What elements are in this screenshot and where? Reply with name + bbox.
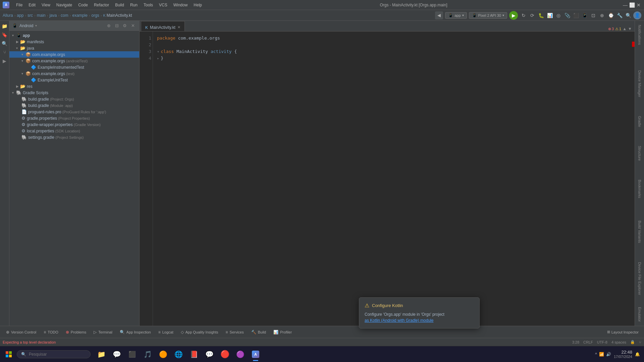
fold-icon-3[interactable]: ▾ — [157, 48, 159, 55]
tree-item-gradle-properties[interactable]: ⚙ gradle.properties (Project Properties) — [9, 115, 139, 121]
cast-icon[interactable]: ⊕ — [598, 12, 606, 19]
tree-item-gradle-scripts[interactable]: ▾ 🐘 Gradle Scripts — [9, 89, 139, 96]
scroll-down-icon[interactable]: ▼ — [628, 26, 632, 31]
git-icon[interactable]: ⑂ — [1, 48, 9, 56]
attach-icon[interactable]: 📎 — [564, 12, 571, 19]
tree-item-test[interactable]: ▾ 📦 com.example.orgs (test) — [9, 70, 139, 77]
menu-view[interactable]: View — [39, 2, 53, 8]
tree-item-build-gradle-module[interactable]: 🐘 build.gradle (Module :app) — [9, 102, 139, 109]
menu-code[interactable]: Code — [75, 2, 91, 8]
tree-item-build-gradle-project[interactable]: 🐘 build.gradle (Project: Orgs) — [9, 96, 139, 102]
menu-vcs[interactable]: VCS — [156, 2, 170, 8]
tree-item-manifests[interactable]: ▶ 📂 manifests — [9, 39, 139, 45]
tree-item-instrumented-test[interactable]: 🔷 ExampleInstrumentedTest — [9, 64, 139, 70]
menu-run[interactable]: Run — [127, 2, 140, 8]
sync-icon[interactable]: ⟳ — [529, 12, 536, 19]
menu-navigate[interactable]: Navigate — [54, 2, 75, 8]
taskbar-app-discord[interactable]: 💬 — [202, 347, 217, 362]
tree-item-unit-test[interactable]: 🔷 ExampleUnitTest — [9, 77, 139, 83]
tree-item-app[interactable]: ▾ 📱 app — [9, 32, 139, 39]
tree-item-androidtest[interactable]: ▾ 📦 com.example.orgs (androidTest) — [9, 58, 139, 64]
menu-help[interactable]: Help — [191, 2, 205, 8]
taskbar-app-chrome[interactable]: 🌐 — [171, 347, 186, 362]
device-selector[interactable]: 📱 Pixel 2 API 30 ▾ — [469, 12, 507, 19]
encoding[interactable]: UTF-8 — [597, 340, 607, 344]
bottom-tab-terminal[interactable]: ▷ Terminal — [90, 328, 116, 336]
line-ending[interactable]: CRLF — [583, 340, 593, 344]
collapse-all-button[interactable]: ⊟ — [113, 22, 120, 29]
search-input[interactable] — [29, 352, 86, 357]
breadcrumb-com[interactable]: com — [61, 13, 68, 18]
emulator-panel-label[interactable]: Emulator — [636, 304, 644, 324]
cursor-position[interactable]: 3:28 — [572, 340, 579, 344]
indent-setting[interactable]: 4 spaces — [611, 340, 626, 344]
run-panel-icon[interactable]: ▶ — [1, 57, 9, 65]
scroll-up-icon[interactable]: ▲ — [623, 26, 627, 31]
taskbar-app-android-studio[interactable]: A — [248, 347, 263, 362]
tree-item-java[interactable]: ▾ 📂 java — [9, 45, 139, 51]
breadcrumb-example[interactable]: example — [72, 13, 87, 18]
tree-item-gradle-wrapper[interactable]: ⚙ gradle-wrapper.properties (Gradle Vers… — [9, 121, 139, 128]
bottom-tab-logcat[interactable]: ≡ Logcat — [155, 328, 177, 336]
device-manager-panel-label[interactable]: Device Manager — [636, 68, 644, 100]
device-icon2[interactable]: 📱 — [581, 12, 588, 19]
fold-icon-4[interactable]: ▸ — [157, 55, 159, 62]
stop-icon[interactable]: ⬛ — [572, 12, 580, 19]
tab-close-button[interactable]: ✕ — [177, 25, 180, 29]
device-file-explorer-panel-label[interactable]: Device File Explorer — [636, 259, 644, 298]
tree-item-res[interactable]: ▶ 📂 res — [9, 83, 139, 89]
breadcrumb-allura[interactable]: Allura — [3, 13, 13, 18]
maximize-button[interactable]: ⬜ — [629, 2, 635, 8]
tree-item-settings-gradle[interactable]: 🐘 settings.gradle (Project Settings) — [9, 134, 139, 140]
bottom-tab-version-control[interactable]: ⊕ Version Control — [3, 328, 40, 336]
new-element-button[interactable]: ⊕ — [105, 22, 112, 29]
bottom-tab-problems[interactable]: ⊗ Problems — [62, 328, 90, 336]
taskbar-app-vscode[interactable]: ⬛ — [125, 347, 140, 362]
breadcrumb-src[interactable]: src — [28, 13, 33, 18]
search-icon[interactable]: 🔍 — [625, 12, 632, 19]
build-variants-panel-label[interactable]: Build Variants — [636, 218, 644, 246]
bookmarks-icon[interactable]: 🔖 — [1, 31, 9, 39]
mirror-icon[interactable]: ⊡ — [590, 12, 597, 19]
menu-build[interactable]: Build — [112, 2, 127, 8]
close-button[interactable]: ✕ — [636, 2, 641, 8]
notification-icon[interactable]: 🔔 — [635, 352, 640, 357]
gradle-panel-label[interactable]: Gradle — [636, 113, 644, 130]
tree-item-proguard[interactable]: 📄 proguard-rules.pro (ProGuard Rules for… — [9, 109, 139, 115]
structure-panel-label[interactable]: Structure — [636, 143, 644, 164]
notifications-panel-label[interactable]: Notifications — [636, 22, 644, 48]
run-config-selector[interactable]: 📱 app ▾ — [445, 12, 467, 19]
bottom-tab-app-quality[interactable]: ◇ App Quality Insights — [177, 328, 222, 336]
menu-file[interactable]: File — [13, 2, 25, 8]
bottom-tab-todo[interactable]: ≡ TODO — [40, 328, 62, 336]
menu-window[interactable]: Window — [171, 2, 191, 8]
coverage-icon[interactable]: ◎ — [555, 12, 562, 19]
bottom-tab-profiler[interactable]: 📊 Profiler — [270, 328, 295, 336]
tree-item-local-properties[interactable]: ⚙ local.properties (SDK Location) — [9, 128, 139, 134]
close-panel-button[interactable]: ✕ — [129, 22, 137, 29]
tree-item-com-example-orgs[interactable]: ▾ 📦 com.example.orgs — [9, 51, 139, 58]
start-button[interactable] — [1, 347, 16, 362]
taskbar-app-red[interactable]: 🔴 — [217, 347, 232, 362]
project-dropdown-icon[interactable]: ▾ — [35, 24, 37, 27]
wear-icon[interactable]: ⌚ — [607, 12, 614, 19]
reload-icon[interactable]: ↻ — [520, 12, 527, 19]
menu-edit[interactable]: Edit — [26, 2, 38, 8]
menu-tools[interactable]: Tools — [141, 2, 156, 8]
project-panel-icon[interactable]: 📁 — [1, 22, 9, 30]
breadcrumb-java[interactable]: java — [49, 13, 57, 18]
bottom-tab-build[interactable]: 🔨 Build — [248, 328, 269, 336]
tray-arrow-icon[interactable]: ^ — [595, 352, 597, 357]
taskbar-app-pdf[interactable]: 📕 — [186, 347, 201, 362]
back-button[interactable]: ◀ — [435, 11, 443, 19]
breadcrumb-app[interactable]: app — [17, 13, 23, 18]
taskbar-app-orange[interactable]: 🟠 — [156, 347, 170, 362]
taskbar-app-explorer[interactable]: 📁 — [94, 347, 109, 362]
run-button[interactable]: ▶ — [509, 11, 518, 20]
bottom-tab-services[interactable]: ≡ Services — [222, 328, 247, 336]
editor-tab-mainactivity[interactable]: K MainActivity.kt ✕ — [141, 21, 185, 31]
taskbar-search[interactable]: 🔍 — [17, 350, 91, 358]
code-content[interactable]: package com.example.orgs ▾ class MainAct… — [153, 32, 630, 326]
settings-button[interactable]: ⚙ — [121, 22, 128, 29]
bottom-tab-app-inspection[interactable]: 🔍 App Inspection — [116, 328, 154, 336]
